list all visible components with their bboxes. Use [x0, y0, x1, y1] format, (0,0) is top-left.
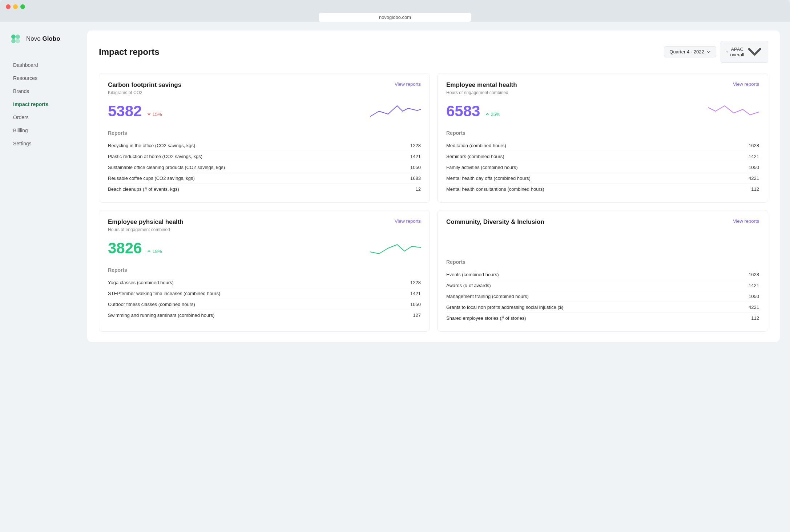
mental-health-card-header: Employee mental health View reports	[446, 81, 759, 89]
mental-health-card-title: Employee mental health	[446, 81, 517, 89]
carbon-view-reports-link[interactable]: View reports	[395, 81, 421, 87]
physical-health-report-rows: Yoga classes (combined hours) 1228 STEPt…	[108, 277, 421, 321]
browser-chrome: novoglobo.com	[0, 0, 790, 22]
page-title: Impact reports	[99, 47, 160, 57]
address-bar[interactable]: novoglobo.com	[319, 13, 471, 22]
minimize-dot	[13, 4, 18, 9]
carbon-metric-left: 5382 15%	[108, 102, 162, 120]
sidebar: Novo Globo Dashboard Resources Brands Im…	[0, 22, 80, 532]
close-dot	[6, 4, 11, 9]
table-row: Yoga classes (combined hours) 1228	[108, 277, 421, 288]
sidebar-item-settings[interactable]: Settings	[9, 137, 71, 150]
search-icon	[726, 49, 728, 54]
region-filter-dropdown[interactable]: APAC overall	[721, 41, 768, 63]
physical-health-metric-value: 3826	[108, 239, 142, 257]
up-arrow-icon-2	[147, 249, 151, 253]
physical-health-card: Employee pyhsical health View reports Ho…	[99, 210, 430, 332]
app-container: Novo Globo Dashboard Resources Brands Im…	[0, 22, 790, 532]
mental-health-view-reports-link[interactable]: View reports	[733, 81, 759, 87]
mental-health-sparkline	[708, 100, 759, 122]
table-row: Mental health consultantions (combined h…	[446, 184, 759, 194]
sidebar-item-billing[interactable]: Billling	[9, 124, 71, 137]
mental-health-card: Employee mental health View reports Hour…	[437, 73, 768, 203]
sidebar-item-brands[interactable]: Brands	[9, 85, 71, 97]
svg-point-2	[11, 39, 16, 43]
mental-health-metric-change: 25%	[485, 112, 500, 117]
carbon-sparkline	[370, 100, 421, 122]
mental-health-metric-value: 6583	[446, 102, 480, 120]
carbon-reports-section-title: Reports	[108, 129, 421, 136]
physical-health-sparkline	[370, 237, 421, 259]
page-header: Impact reports Quarter 4 - 2022 APAC ove…	[99, 41, 768, 63]
carbon-metric-value: 5382	[108, 102, 142, 120]
table-row: Shared employee stories (# of stories) 1…	[446, 313, 759, 323]
table-row: Reusable coffee cups (CO2 savings, kgs) …	[108, 173, 421, 184]
community-card-title: Community, Diversity & Inclusion	[446, 218, 544, 226]
table-row: STEPtember walking time inceases (combin…	[108, 288, 421, 299]
fullscreen-dot	[20, 4, 25, 9]
physical-health-view-reports-link[interactable]: View reports	[395, 218, 421, 224]
browser-dots	[6, 4, 784, 9]
mental-health-reports-section-title: Reports	[446, 129, 759, 136]
community-spacer	[446, 227, 759, 253]
down-arrow-icon	[147, 112, 151, 116]
reports-grid: Carbon footprint savings View reports Ki…	[99, 73, 768, 332]
table-row: Family activities (combined hours) 1050	[446, 162, 759, 173]
sidebar-item-dashboard[interactable]: Dashboard	[9, 59, 71, 71]
table-row: Seminars (combined hours) 1421	[446, 151, 759, 162]
svg-point-3	[16, 39, 20, 43]
mental-health-report-rows: Meditation (combined hours) 1628 Seminar…	[446, 140, 759, 194]
carbon-metric-change: 15%	[147, 112, 162, 117]
mental-health-metric-left: 6583 25%	[446, 102, 500, 120]
table-row: Sustainable office cleaning products (CO…	[108, 162, 421, 173]
table-row: Recycling in the office (CO2 savings, kg…	[108, 140, 421, 151]
table-row: Mental health day offs (combined hours) …	[446, 173, 759, 184]
physical-health-reports-section-title: Reports	[108, 266, 421, 273]
svg-point-1	[16, 35, 20, 39]
table-row: Grants to local non profits addressing s…	[446, 302, 759, 313]
community-view-reports-link[interactable]: View reports	[733, 218, 759, 224]
content-card: Impact reports Quarter 4 - 2022 APAC ove…	[87, 31, 780, 342]
header-controls: Quarter 4 - 2022 APAC overall	[664, 41, 768, 63]
physical-health-card-subtitle: Hours of engagement combined	[108, 227, 421, 232]
physical-health-card-header: Employee pyhsical health View reports	[108, 218, 421, 226]
logo-icon	[9, 32, 23, 46]
up-arrow-icon	[485, 112, 489, 116]
physical-health-metric-change: 18%	[147, 249, 162, 254]
sidebar-item-orders[interactable]: Orders	[9, 111, 71, 124]
carbon-footprint-card: Carbon footprint savings View reports Ki…	[99, 73, 430, 203]
svg-line-5	[727, 52, 728, 53]
physical-health-metric-row: 3826 18%	[108, 237, 421, 259]
community-card: Community, Diversity & Inclusion View re…	[437, 210, 768, 332]
table-row: Events (combined hours) 1628	[446, 269, 759, 280]
table-row: Swimming and running seminars (combined …	[108, 310, 421, 321]
community-reports-section-title: Reports	[446, 258, 759, 265]
carbon-card-title: Carbon footprint savings	[108, 81, 181, 89]
carbon-report-rows: Recycling in the office (CO2 savings, kg…	[108, 140, 421, 194]
sidebar-item-impact-reports[interactable]: Impact reports	[9, 98, 71, 110]
table-row: Awards (# of awards) 1421	[446, 280, 759, 291]
physical-health-metric-left: 3826 18%	[108, 239, 162, 257]
table-row: Management training (combined hours) 105…	[446, 291, 759, 302]
community-report-rows: Events (combined hours) 1628 Awards (# o…	[446, 269, 759, 323]
logo: Novo Globo	[9, 32, 71, 46]
sidebar-nav: Dashboard Resources Brands Impact report…	[9, 59, 71, 150]
community-card-header: Community, Diversity & Inclusion View re…	[446, 218, 759, 226]
mental-health-card-subtitle: Hours of engagement combined	[446, 90, 759, 95]
table-row: Meditation (combined hours) 1628	[446, 140, 759, 151]
carbon-card-header: Carbon footprint savings View reports	[108, 81, 421, 89]
table-row: Outdoor fitness classes (combined hours)…	[108, 299, 421, 310]
main-content: Impact reports Quarter 4 - 2022 APAC ove…	[80, 22, 790, 532]
quarter-filter-dropdown[interactable]: Quarter 4 - 2022	[664, 46, 716, 57]
physical-health-card-title: Employee pyhsical health	[108, 218, 184, 226]
table-row: Beach cleanups (# of events, kgs) 12	[108, 184, 421, 194]
table-row: Plastic reduction at home (CO2 savings, …	[108, 151, 421, 162]
chevron-down-icon	[706, 50, 711, 54]
carbon-card-subtitle: Kilograms of CO2	[108, 90, 421, 95]
mental-health-metric-row: 6583 25%	[446, 100, 759, 122]
svg-point-0	[11, 35, 16, 39]
sidebar-item-resources[interactable]: Resources	[9, 72, 71, 84]
logo-text: Novo Globo	[26, 35, 60, 43]
carbon-metric-row: 5382 15%	[108, 100, 421, 122]
chevron-down-icon-region	[746, 44, 763, 60]
